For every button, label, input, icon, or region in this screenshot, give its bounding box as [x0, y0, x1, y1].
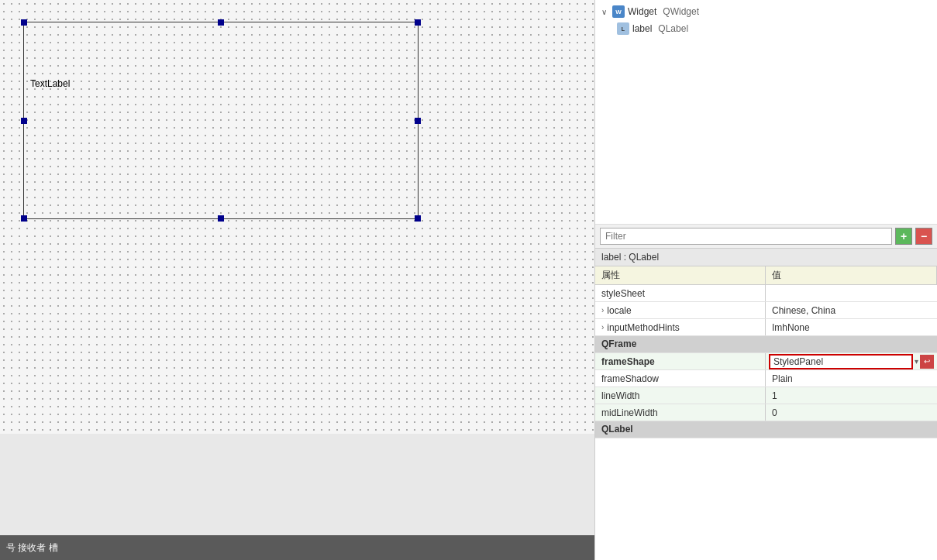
props-row-locale[interactable]: › locale Chinese, China — [595, 302, 937, 319]
widget-text-label: TextLabel — [30, 78, 70, 89]
section-label-qlabel: QLabel — [595, 421, 937, 438]
prop-value-frameshape[interactable]: StyledPanel ▾ ↩ — [766, 353, 937, 369]
main-layout: TextLabel 号 接收者 槽 ∨ W Widget QWidget L l… — [0, 0, 937, 560]
tree-widget-name: Widget — [628, 6, 656, 17]
right-panel: ∨ W Widget QWidget L label QLabel + − — [594, 0, 937, 560]
handle-middle-right[interactable] — [415, 118, 421, 124]
props-header-text: label : QLabel — [601, 252, 659, 263]
prop-value-inputmethodhints: ImhNone — [766, 319, 937, 335]
tree-item-widget[interactable]: ∨ W Widget QWidget — [595, 3, 937, 20]
tree-widget-type: QWidget — [663, 6, 699, 17]
handle-bottom-center[interactable] — [218, 215, 224, 222]
tree-item-label[interactable]: L label QLabel — [595, 20, 937, 37]
locale-arrow: › — [601, 306, 604, 314]
tree-icon-label: L — [617, 22, 629, 35]
props-row-stylesheet[interactable]: styleSheet — [595, 285, 937, 302]
object-tree: ∨ W Widget QWidget L label QLabel — [595, 0, 937, 225]
prop-name-locale: › locale — [595, 302, 766, 318]
tree-label-name: label — [632, 23, 652, 34]
tree-arrow-widget: ∨ — [601, 8, 609, 16]
tree-icon-widget: W — [612, 5, 625, 18]
prop-name-frameshape: frameShape — [595, 353, 766, 369]
props-header: label : QLabel — [595, 249, 937, 266]
handle-middle-left[interactable] — [21, 118, 27, 124]
section-label-qframe: QFrame — [595, 336, 937, 352]
col-header-value: 值 — [766, 266, 937, 284]
prop-name-inputmethodhints: › inputMethodHints — [595, 319, 766, 335]
props-row-frameshadow[interactable]: frameShadow Plain — [595, 370, 937, 387]
props-row-qlabel-section: QLabel — [595, 421, 937, 438]
filter-input[interactable] — [600, 228, 892, 245]
prop-value-midlinewidth: 0 — [766, 404, 937, 421]
handle-bottom-left[interactable] — [21, 215, 27, 222]
col-header-property: 属性 — [595, 266, 766, 284]
prop-value-frameshadow: Plain — [766, 370, 937, 387]
canvas-area: TextLabel 号 接收者 槽 — [0, 0, 594, 560]
frameshape-undo-button[interactable]: ↩ — [920, 355, 934, 369]
bottom-bar-text: 号 接收者 槽 — [6, 541, 58, 555]
prop-name-midlinewidth: midLineWidth — [595, 404, 766, 421]
filter-add-button[interactable]: + — [895, 228, 912, 245]
frameshape-value-highlighted: StyledPanel — [769, 354, 913, 369]
filter-remove-button[interactable]: − — [915, 228, 932, 245]
prop-value-stylesheet[interactable] — [766, 285, 937, 301]
prop-name-frameshadow: frameShadow — [595, 370, 766, 387]
inputmethodhints-arrow: › — [601, 323, 604, 332]
prop-value-linewidth: 1 — [766, 387, 937, 404]
filter-bar: + − — [595, 225, 937, 249]
props-col-headers: 属性 值 — [595, 266, 937, 285]
props-table: 属性 值 styleSheet › locale — [595, 266, 937, 560]
canvas-dotted: TextLabel — [0, 0, 594, 434]
handle-top-center[interactable] — [218, 19, 224, 26]
props-row-frameshape[interactable]: frameShape StyledPanel ▾ ↩ — [595, 353, 937, 370]
handle-top-left[interactable] — [21, 19, 27, 26]
props-row-midlinewidth[interactable]: midLineWidth 0 — [595, 404, 937, 421]
widget-frame[interactable]: TextLabel — [23, 22, 419, 219]
bottom-bar: 号 接收者 槽 — [0, 535, 594, 560]
prop-name-stylesheet: styleSheet — [595, 285, 766, 301]
tree-label-type: QLabel — [658, 23, 688, 34]
frameshape-dropdown-arrow[interactable]: ▾ — [915, 357, 918, 366]
handle-top-right[interactable] — [415, 19, 421, 26]
prop-value-locale: Chinese, China — [766, 302, 937, 318]
handle-bottom-right[interactable] — [415, 215, 421, 222]
props-row-inputmethodhints[interactable]: › inputMethodHints ImhNone — [595, 319, 937, 336]
props-row-qframe-section: QFrame — [595, 336, 937, 353]
prop-name-linewidth: lineWidth — [595, 387, 766, 404]
props-row-linewidth[interactable]: lineWidth 1 — [595, 387, 937, 404]
